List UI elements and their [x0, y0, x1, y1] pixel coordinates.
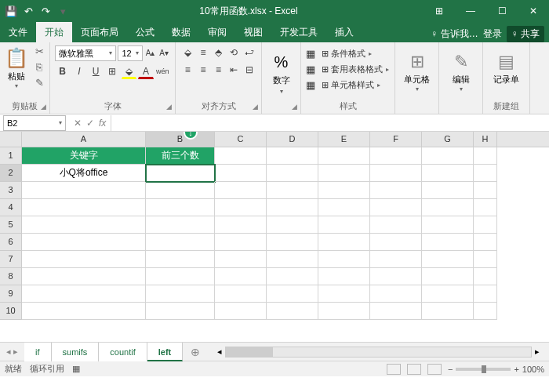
cell-g4[interactable] — [422, 199, 474, 216]
tab-formula[interactable]: 公式 — [127, 22, 163, 42]
cell-d1[interactable] — [267, 147, 318, 165]
sheet-tab-sumifs[interactable]: sumifs — [52, 343, 100, 361]
format-table-button[interactable]: ▦⊞ 套用表格格式▸ — [306, 61, 390, 77]
cell-g5[interactable] — [422, 216, 474, 234]
cell-f3[interactable] — [370, 182, 422, 199]
col-header-a[interactable]: A — [22, 132, 146, 147]
cell-b5[interactable] — [146, 216, 215, 234]
login-button[interactable]: 登录 — [483, 27, 502, 41]
cell-g9[interactable] — [422, 285, 474, 303]
row-header-2[interactable]: 2 — [0, 165, 22, 182]
cell-e5[interactable] — [318, 216, 370, 234]
cell-b7[interactable] — [146, 251, 215, 268]
cell-a2[interactable]: 小Q将office — [22, 165, 146, 182]
view-pagebreak-icon[interactable] — [427, 364, 442, 375]
cell-d10[interactable] — [267, 303, 318, 320]
save-icon[interactable]: 💾 — [3, 2, 19, 20]
row-header-6[interactable]: 6 — [0, 234, 22, 251]
cell-a5[interactable] — [22, 216, 146, 234]
cell-b4[interactable] — [146, 199, 215, 216]
cell-d7[interactable] — [267, 251, 318, 268]
row-header-5[interactable]: 5 — [0, 216, 22, 234]
cell-styles-button[interactable]: ▦⊞ 单元格样式▸ — [306, 77, 390, 93]
row-header-9[interactable]: 9 — [0, 285, 22, 303]
tell-me[interactable]: ♀ 告诉我… — [431, 27, 478, 41]
cell-h2[interactable] — [474, 165, 497, 182]
cell-g3[interactable] — [422, 182, 474, 199]
indent-decrease-icon[interactable]: ⇤ — [227, 63, 242, 78]
cell-f5[interactable] — [370, 216, 422, 234]
cell-c5[interactable] — [215, 216, 267, 234]
minimize-button[interactable]: — — [455, 0, 486, 22]
percent-icon[interactable]: % — [267, 53, 296, 71]
cell-a1[interactable]: 关键字 — [22, 147, 146, 165]
tab-data[interactable]: 数据 — [163, 22, 199, 42]
format-painter-icon[interactable]: ✎ — [31, 77, 47, 91]
col-header-f[interactable]: F — [370, 132, 422, 147]
row-header-1[interactable]: 1 — [0, 147, 22, 165]
align-top-icon[interactable]: ⬙ — [180, 45, 195, 61]
cell-h5[interactable] — [474, 216, 497, 234]
col-header-h[interactable]: H — [474, 132, 497, 147]
share-button[interactable]: ♀ 共享 — [507, 26, 544, 42]
cell-d9[interactable] — [267, 285, 318, 303]
qat-more-icon[interactable]: ▾ — [55, 2, 71, 20]
cell-c4[interactable] — [215, 199, 267, 216]
cancel-icon[interactable]: ✕ — [74, 118, 82, 129]
row-header-7[interactable]: 7 — [0, 251, 22, 268]
cell-e7[interactable] — [318, 251, 370, 268]
copy-icon[interactable]: ⎘ — [31, 61, 47, 75]
cell-b6[interactable] — [146, 234, 215, 251]
cell-a9[interactable] — [22, 285, 146, 303]
col-header-c[interactable]: C — [215, 132, 267, 147]
align-middle-icon[interactable]: ≡ — [196, 45, 211, 61]
scroll-right-icon[interactable]: ▸ — [532, 347, 543, 357]
cell-d6[interactable] — [267, 234, 318, 251]
undo-icon[interactable]: ↶ — [20, 2, 36, 20]
cell-g8[interactable] — [422, 268, 474, 285]
scroll-thumb[interactable] — [226, 347, 273, 357]
cell-g7[interactable] — [422, 251, 474, 268]
col-header-b[interactable]: B — [146, 132, 215, 147]
pinyin-icon[interactable]: wén — [155, 64, 170, 79]
font-launcher-icon[interactable]: ◢ — [164, 103, 173, 112]
col-header-d[interactable]: D — [267, 132, 318, 147]
cell-e10[interactable] — [318, 303, 370, 320]
cell-d8[interactable] — [267, 268, 318, 285]
cell-c3[interactable] — [215, 182, 267, 199]
zoom-value[interactable]: 100% — [522, 365, 544, 374]
view-normal-icon[interactable] — [387, 364, 401, 375]
cell-d3[interactable] — [267, 182, 318, 199]
cell-f8[interactable] — [370, 268, 422, 285]
tab-layout[interactable]: 页面布局 — [72, 22, 127, 42]
scroll-left-icon[interactable]: ◂ — [214, 347, 225, 357]
cell-a10[interactable] — [22, 303, 146, 320]
align-left-icon[interactable]: ≡ — [180, 63, 195, 78]
cell-a6[interactable] — [22, 234, 146, 251]
cell-h1[interactable] — [474, 147, 497, 165]
zoom-out-icon[interactable]: − — [448, 365, 453, 374]
font-size-combo[interactable]: 12▾ — [118, 45, 142, 61]
macro-record-icon[interactable]: ▦ — [72, 364, 80, 374]
name-box[interactable]: B2▾ — [3, 115, 66, 131]
sheet-tab-left[interactable]: left — [147, 343, 184, 361]
close-button[interactable]: ✕ — [518, 0, 549, 22]
paste-button[interactable]: 📋 粘贴 ▾ — [5, 45, 28, 97]
grow-font-icon[interactable]: A▴ — [144, 45, 157, 61]
cell-d5[interactable] — [267, 216, 318, 234]
row-header-3[interactable]: 3 — [0, 182, 22, 199]
col-header-e[interactable]: E — [318, 132, 370, 147]
edit-icon[interactable]: ✎ — [444, 52, 478, 72]
border-icon[interactable]: ⊞ — [105, 64, 120, 79]
zoom-in-icon[interactable]: + — [514, 365, 518, 374]
cell-f2[interactable] — [370, 165, 422, 182]
bold-button[interactable]: B — [55, 64, 70, 79]
cell-e1[interactable] — [318, 147, 370, 165]
tab-insert[interactable]: 插入 — [326, 22, 362, 42]
view-layout-icon[interactable] — [407, 364, 421, 375]
cell-c9[interactable] — [215, 285, 267, 303]
conditional-format-button[interactable]: ▦⊞ 条件格式▸ — [306, 45, 390, 61]
fill-color-icon[interactable]: ⬙ — [122, 64, 136, 79]
align-bottom-icon[interactable]: ⬘ — [211, 45, 226, 61]
cell-h4[interactable] — [474, 199, 497, 216]
